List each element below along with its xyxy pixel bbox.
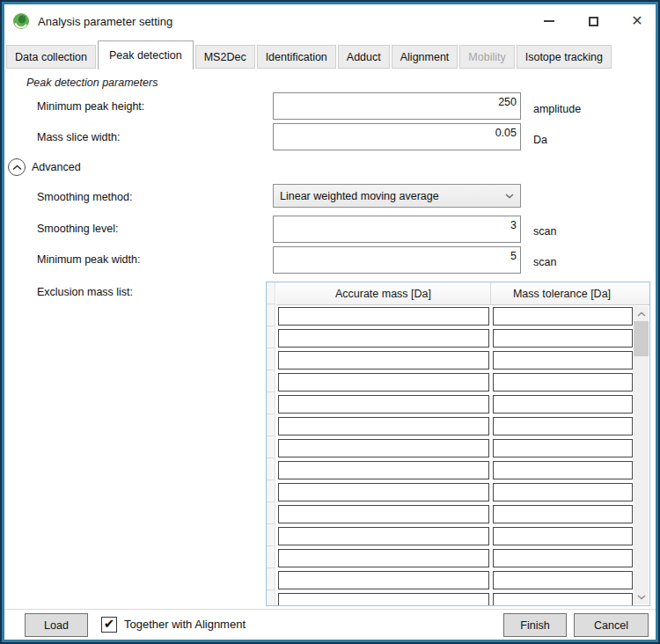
- mass-tolerance-cell: [491, 592, 634, 605]
- title-bar[interactable]: Analysis parameter setting ✕: [4, 4, 656, 38]
- mass-tolerance-cell-input[interactable]: [493, 417, 633, 435]
- tab-label: Alignment: [400, 51, 450, 63]
- chevron-down-icon: [505, 194, 514, 199]
- mass-tolerance-cell: [491, 504, 634, 526]
- min-peak-height-inputbox: [273, 92, 521, 120]
- min-peak-width-unit: scan: [533, 256, 556, 268]
- mass-tolerance-cell: [491, 416, 634, 438]
- tab-alignment[interactable]: Alignment: [392, 45, 458, 69]
- table-row: [276, 394, 634, 416]
- finish-button[interactable]: Finish: [503, 613, 567, 637]
- minimize-button[interactable]: [536, 10, 562, 33]
- mass-tolerance-cell-input[interactable]: [493, 329, 633, 348]
- together-with-alignment-checkbox[interactable]: ✔: [101, 617, 117, 633]
- accurate-mass-cell-input[interactable]: [278, 461, 489, 479]
- table-row: [276, 416, 634, 438]
- mass-tolerance-cell-input[interactable]: [493, 439, 633, 457]
- check-icon: ✔: [104, 617, 115, 630]
- accurate-mass-cell: [276, 416, 491, 438]
- collapse-toggle[interactable]: [8, 158, 26, 176]
- tab-isotope-tracking[interactable]: Isotope tracking: [517, 45, 612, 69]
- mass-tolerance-cell-input[interactable]: [493, 527, 633, 545]
- accurate-mass-cell: [276, 504, 491, 526]
- table-row: [276, 482, 634, 504]
- smoothing-level-unit: scan: [533, 225, 556, 238]
- tab-ms2dec[interactable]: MS2Dec: [195, 45, 255, 69]
- scroll-up-button[interactable]: [634, 306, 649, 321]
- min-peak-height-input[interactable]: [274, 94, 520, 120]
- accurate-mass-cell-input[interactable]: [278, 351, 489, 370]
- footer-separator: [4, 609, 656, 610]
- mass-slice-width-input[interactable]: [274, 125, 520, 150]
- accurate-mass-cell: [276, 350, 491, 372]
- cancel-button[interactable]: Cancel: [574, 613, 649, 637]
- tab-peak-detection[interactable]: Peak detection: [98, 40, 194, 70]
- mass-tolerance-cell-input[interactable]: [493, 351, 633, 370]
- column-header-accurate-mass[interactable]: Accurate mass [Da]: [276, 282, 491, 304]
- accurate-mass-cell: [276, 394, 491, 416]
- accurate-mass-cell-input[interactable]: [278, 483, 489, 501]
- accurate-mass-cell-input[interactable]: [278, 329, 489, 348]
- scrollbar-thumb[interactable]: [634, 321, 649, 356]
- smoothing-method-value: Linear weighted moving average: [280, 190, 505, 202]
- tab-label: Mobility: [468, 51, 505, 63]
- mass-slice-width-inputbox: [273, 123, 521, 150]
- accurate-mass-cell: [276, 460, 491, 482]
- min-peak-width-input[interactable]: [274, 248, 520, 274]
- window-frame: Analysis parameter setting ✕ Data collec…: [0, 0, 660, 644]
- mass-tolerance-cell: [491, 570, 634, 592]
- accurate-mass-cell-input[interactable]: [278, 571, 489, 589]
- tab-identification[interactable]: Identification: [257, 45, 336, 69]
- mass-tolerance-cell-input[interactable]: [493, 505, 633, 523]
- tab-data-collection[interactable]: Data collection: [6, 45, 96, 69]
- table-row: [276, 504, 634, 526]
- accurate-mass-cell-input[interactable]: [278, 593, 489, 605]
- accurate-mass-cell-input[interactable]: [278, 307, 489, 326]
- accurate-mass-cell-input[interactable]: [278, 439, 489, 457]
- mass-tolerance-cell-input[interactable]: [493, 461, 633, 479]
- accurate-mass-cell-input[interactable]: [278, 417, 489, 435]
- table-row: [276, 328, 634, 350]
- accurate-mass-cell-input[interactable]: [278, 505, 489, 523]
- close-icon: ✕: [631, 14, 642, 28]
- mass-tolerance-cell-input[interactable]: [493, 307, 633, 326]
- row-header-strip: [267, 282, 275, 605]
- chevron-down-icon: [637, 595, 646, 600]
- scroll-down-button[interactable]: [634, 589, 649, 604]
- accurate-mass-cell: [276, 306, 491, 328]
- mass-tolerance-cell-input[interactable]: [493, 373, 633, 392]
- mass-tolerance-cell-input[interactable]: [493, 571, 633, 589]
- min-peak-width-inputbox: [273, 246, 521, 274]
- advanced-expander[interactable]: Advanced: [8, 158, 81, 176]
- smoothing-level-label: Smoothing level:: [37, 223, 118, 235]
- vertical-scrollbar[interactable]: [634, 306, 649, 604]
- smoothing-level-input[interactable]: [274, 217, 520, 243]
- table-row: [276, 548, 634, 570]
- column-header-mass-tolerance[interactable]: Mass tolerance [Da]: [491, 282, 633, 304]
- minimize-icon: [544, 20, 554, 22]
- mass-tolerance-cell-input[interactable]: [493, 593, 633, 605]
- chevron-up-icon: [12, 165, 22, 171]
- accurate-mass-cell-input[interactable]: [278, 527, 489, 545]
- accurate-mass-cell-input[interactable]: [278, 395, 489, 413]
- load-button[interactable]: Load: [25, 613, 88, 637]
- exclusion-mass-table: Accurate mass [Da] Mass tolerance [Da]: [266, 282, 650, 606]
- mass-tolerance-cell: [491, 460, 634, 482]
- accurate-mass-cell-input[interactable]: [278, 373, 489, 392]
- together-with-alignment-label[interactable]: Together with Alignment: [124, 618, 246, 631]
- smoothing-method-select[interactable]: Linear weighted moving average: [273, 184, 521, 208]
- tab-adduct[interactable]: Adduct: [338, 45, 390, 69]
- maximize-icon: [589, 17, 598, 26]
- accurate-mass-cell-input[interactable]: [278, 549, 489, 567]
- mass-tolerance-cell-input[interactable]: [493, 395, 633, 413]
- mass-tolerance-cell-input[interactable]: [493, 549, 633, 567]
- mass-slice-width-unit: Da: [533, 134, 547, 146]
- accurate-mass-cell: [276, 526, 491, 548]
- close-button[interactable]: ✕: [624, 10, 650, 33]
- tab-label: Adduct: [347, 51, 381, 63]
- mass-tolerance-cell: [491, 372, 634, 394]
- maximize-button[interactable]: [580, 10, 606, 33]
- mass-tolerance-cell-input[interactable]: [493, 483, 633, 501]
- mass-tolerance-cell: [491, 328, 634, 350]
- mass-tolerance-cell: [491, 438, 634, 460]
